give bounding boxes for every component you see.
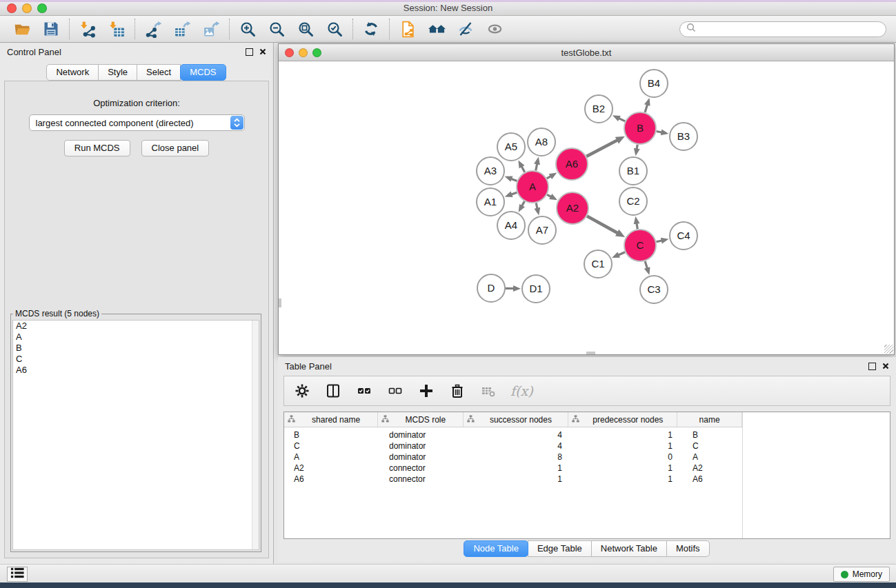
node-B2[interactable]: B2 — [585, 95, 613, 123]
open-session-icon[interactable] — [12, 19, 32, 39]
result-item[interactable]: A — [13, 332, 259, 343]
table-row[interactable]: Adominator80A — [284, 452, 890, 463]
table-cell: 0 — [573, 452, 683, 462]
column-header-name[interactable]: name — [677, 412, 742, 427]
refresh-network-icon[interactable] — [361, 19, 381, 39]
column-header-MCDS-role[interactable]: MCDS role — [378, 412, 463, 427]
close-panel-button[interactable]: Close panel — [141, 140, 210, 156]
birds-eye-view-icon[interactable] — [485, 19, 504, 39]
zoom-fit-icon[interactable] — [296, 19, 315, 39]
node-B3[interactable]: B3 — [670, 123, 697, 150]
column-separator — [742, 412, 743, 538]
node-A3[interactable]: A3 — [477, 157, 504, 185]
node-A1[interactable]: A1 — [477, 188, 504, 216]
search-box[interactable] — [679, 21, 886, 37]
node-C1[interactable]: C1 — [584, 250, 612, 278]
node-A7[interactable]: A7 — [528, 216, 556, 244]
network-zoom-button[interactable] — [312, 48, 321, 57]
table-cell: A6 — [284, 474, 379, 484]
node-A5[interactable]: A5 — [497, 133, 525, 161]
table-row[interactable]: Bdominator41B — [284, 429, 890, 440]
table-row[interactable]: A2connector11A2 — [284, 463, 890, 474]
table-settings-icon[interactable] — [293, 382, 311, 400]
search-input[interactable] — [700, 23, 879, 35]
node-A2[interactable]: A2 — [557, 192, 588, 224]
node-C4[interactable]: C4 — [670, 222, 697, 250]
node-label: C4 — [677, 230, 690, 241]
close-table-panel-icon[interactable] — [882, 361, 889, 372]
table-row[interactable]: Cdominator41C — [284, 440, 890, 452]
optimization-criterion-select[interactable]: largest connected component (directed) — [29, 114, 245, 131]
table-cell: dominator — [379, 441, 466, 451]
node-C2[interactable]: C2 — [619, 187, 647, 215]
save-session-icon[interactable] — [41, 19, 61, 39]
network-close-button[interactable] — [285, 48, 294, 57]
delete-column-icon[interactable] — [448, 382, 466, 400]
tab-network[interactable]: Network — [46, 64, 99, 81]
tab-motifs[interactable]: Motifs — [666, 540, 710, 557]
run-mcds-button[interactable]: Run MCDS — [64, 140, 130, 156]
mcds-result-list[interactable]: A2ABCA6 — [12, 320, 259, 550]
tab-network-table[interactable]: Network Table — [591, 540, 667, 557]
node-D1[interactable]: D1 — [522, 275, 550, 303]
node-label: D1 — [529, 283, 542, 294]
node-B4[interactable]: B4 — [640, 70, 668, 97]
node-A6[interactable]: A6 — [556, 148, 588, 180]
network-canvas[interactable]: B4B2BB3A5A8A6A3B1AA1A2C2A4A7C4CC1C3DD1 — [279, 61, 894, 354]
tab-mcds[interactable]: MCDS — [180, 64, 226, 81]
table-cell: connector — [379, 463, 466, 473]
node-B1[interactable]: B1 — [619, 157, 647, 185]
node-A8[interactable]: A8 — [528, 128, 555, 156]
node-C[interactable]: C — [624, 230, 656, 261]
task-history-button[interactable] — [7, 567, 28, 582]
result-item[interactable]: C — [13, 354, 259, 365]
column-header-successor-nodes[interactable]: successor nodes — [464, 412, 569, 427]
tab-edge-table[interactable]: Edge Table — [528, 540, 592, 557]
edge-A2-C[interactable] — [587, 216, 618, 234]
zoom-selected-icon[interactable] — [325, 19, 344, 39]
import-table-icon[interactable] — [107, 19, 126, 39]
float-panel-icon[interactable] — [246, 48, 253, 56]
node-A4[interactable]: A4 — [497, 212, 525, 239]
node-A[interactable]: A — [517, 171, 548, 203]
hide-graphics-details-icon[interactable] — [456, 19, 475, 39]
node-C3[interactable]: C3 — [640, 276, 668, 303]
zoom-out-icon[interactable] — [267, 19, 286, 39]
edge-A6-B[interactable] — [586, 140, 618, 156]
memory-button[interactable]: Memory — [833, 567, 890, 582]
split-panel-icon[interactable] — [324, 382, 342, 400]
export-network-icon[interactable] — [143, 19, 163, 39]
new-network-from-selection-icon[interactable] — [398, 19, 417, 39]
edge-arrow-C-C3 — [644, 267, 650, 275]
vertical-scrollbar[interactable] — [279, 298, 281, 307]
edge-arrow-A-A8 — [534, 157, 540, 165]
column-header-predecessor-nodes[interactable]: predecessor nodes — [568, 412, 677, 427]
edge-arrow-D-D1 — [513, 285, 521, 292]
result-scrollbar[interactable] — [252, 321, 259, 549]
resize-grip[interactable] — [884, 345, 893, 354]
memory-label: Memory — [853, 569, 882, 579]
close-panel-icon[interactable] — [259, 47, 266, 57]
unselect-all-columns-icon[interactable] — [386, 382, 404, 400]
tab-style[interactable]: Style — [98, 64, 137, 81]
result-item[interactable]: A2 — [13, 321, 259, 332]
column-header-shared-name[interactable]: shared name — [284, 412, 378, 427]
result-item[interactable]: B — [13, 343, 259, 354]
add-column-icon[interactable] — [417, 382, 435, 400]
node-B[interactable]: B — [624, 112, 656, 144]
export-image-icon[interactable] — [201, 19, 221, 39]
export-table-icon[interactable] — [172, 19, 192, 39]
float-table-panel-icon[interactable] — [868, 363, 876, 370]
network-minimize-button[interactable] — [299, 48, 308, 57]
node-D[interactable]: D — [477, 274, 505, 302]
tab-node-table[interactable]: Node Table — [464, 540, 528, 557]
result-item[interactable]: A6 — [13, 365, 259, 376]
select-all-columns-icon[interactable] — [355, 382, 373, 400]
import-network-icon[interactable] — [78, 19, 97, 39]
tab-select[interactable]: Select — [137, 64, 181, 81]
zoom-in-icon[interactable] — [238, 19, 257, 39]
table-row[interactable]: A6connector11A6 — [284, 474, 890, 485]
horizontal-scrollbar[interactable] — [586, 352, 595, 354]
home-view-icon[interactable] — [427, 19, 446, 39]
column-label: predecessor nodes — [582, 415, 673, 425]
